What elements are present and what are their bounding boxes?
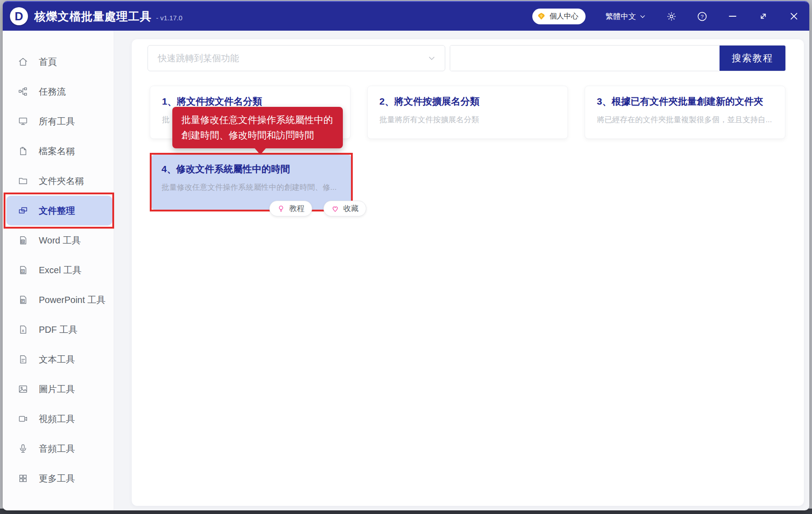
sidebar-item-label: 首頁 — [39, 56, 57, 68]
svg-text:A: A — [22, 329, 24, 332]
card-description: 批量將所有文件按擴展名分類 — [379, 115, 556, 125]
tutorial-search-group: 搜索教程 — [450, 45, 786, 71]
file-name-icon — [18, 146, 28, 156]
toolbar: 快速跳轉到某個功能 搜索教程 — [148, 45, 786, 71]
sidebar-item-label: PowerPoint 工具 — [39, 294, 106, 306]
sidebar-item-label: 音頻工具 — [39, 443, 75, 455]
sidebar-item-file-name[interactable]: 檔案名稱 — [6, 136, 112, 166]
sidebar-item-label: Word 工具 — [39, 234, 81, 247]
language-selector[interactable]: 繁體中文 — [605, 11, 646, 22]
favorite-pill-button[interactable]: 收藏 — [323, 201, 366, 216]
sidebar-item-pdf-tools[interactable]: A PDF 工具 — [6, 315, 112, 344]
video-icon — [18, 413, 28, 424]
app-version: - v1.17.0 — [156, 14, 182, 22]
chevron-down-icon — [639, 13, 646, 20]
lightbulb-icon — [277, 205, 285, 213]
card-title: 4、修改文件系統屬性中的時間 — [161, 163, 341, 175]
tooltip-text-line2: 創建時間、修改時間和訪問時間 — [181, 128, 334, 143]
quick-jump-select[interactable]: 快速跳轉到某個功能 — [148, 45, 445, 71]
sidebar-item-audio-tools[interactable]: 音頻工具 — [6, 434, 112, 464]
sidebar-item-home[interactable]: 首頁 — [6, 47, 112, 77]
sidebar-item-file-organize[interactable]: 文件整理 — [6, 196, 112, 225]
sidebar-item-label: 圖片工具 — [39, 383, 75, 395]
sidebar-item-excel-tools[interactable]: X Excel 工具 — [6, 255, 112, 285]
sidebar-item-powerpoint-tools[interactable]: P PowerPoint 工具 — [6, 285, 112, 315]
maximize-button[interactable] — [758, 11, 769, 22]
flow-icon — [18, 86, 28, 97]
audio-icon — [18, 443, 28, 454]
sidebar-item-more-tools[interactable]: 更多工具 — [6, 464, 112, 493]
tool-card-create-folders-from-existing[interactable]: 3、根據已有文件夾批量創建新的文件夾 將已經存在的文件夾批量複製很多個，並且支持… — [585, 86, 785, 139]
app-window: D 核爍文檔批量處理工具 - v1.17.0 個人中心 繁體中文 — [3, 1, 809, 510]
sidebar-item-label: 更多工具 — [39, 473, 75, 485]
svg-text:W: W — [21, 240, 24, 243]
tooltip-bubble: 批量修改任意文件操作系統屬性中的 創建時間、修改時間和訪問時間 — [172, 107, 343, 148]
sidebar-item-video-tools[interactable]: 視頻工具 — [6, 404, 112, 434]
app-logo: D — [10, 7, 28, 25]
tutorial-pill-label: 教程 — [289, 203, 304, 214]
monitor-icon — [18, 116, 28, 127]
sidebar-item-label: 文件夾名稱 — [39, 175, 84, 187]
user-center-button[interactable]: 個人中心 — [532, 9, 586, 24]
app-title: 核爍文檔批量處理工具 — [34, 9, 152, 24]
svg-text:X: X — [22, 270, 24, 273]
sidebar-item-folder-name[interactable]: 文件夾名稱 — [6, 166, 112, 196]
tutorial-search-input[interactable] — [450, 46, 720, 71]
settings-gear-icon[interactable] — [666, 11, 677, 22]
folder-icon — [18, 175, 28, 186]
ppt-doc-icon: P — [18, 294, 28, 305]
card-title: 3、根據已有文件夾批量創建新的文件夾 — [597, 95, 773, 108]
svg-text:?: ? — [701, 14, 703, 19]
close-button[interactable] — [789, 11, 799, 22]
minimize-button[interactable] — [727, 11, 738, 22]
sidebar-item-label: 視頻工具 — [39, 413, 75, 425]
language-label: 繁體中文 — [605, 11, 636, 22]
sidebar-item-image-tools[interactable]: 圖片工具 — [6, 374, 112, 404]
organize-icon — [18, 205, 28, 216]
vip-gem-icon — [537, 12, 546, 21]
titlebar-actions: 個人中心 繁體中文 ? — [532, 9, 799, 24]
word-doc-icon: W — [18, 235, 28, 246]
sidebar-item-label: 檔案名稱 — [39, 145, 75, 157]
user-center-label: 個人中心 — [549, 12, 578, 21]
sidebar-item-taskflow[interactable]: 任務流 — [6, 77, 112, 106]
sidebar-item-label: PDF 工具 — [39, 324, 78, 336]
sidebar-item-word-tools[interactable]: W Word 工具 — [6, 225, 112, 255]
tooltip-arrow — [254, 147, 267, 155]
favorite-pill-label: 收藏 — [343, 203, 359, 214]
tool-card-modify-file-times[interactable]: 4、修改文件系統屬性中的時間 批量修改任意文件操作系統屬性中的創建時間、修... — [152, 155, 351, 210]
heart-icon — [331, 205, 339, 213]
sidebar-item-label: 文件整理 — [39, 205, 75, 217]
svg-text:P: P — [22, 299, 24, 303]
chevron-down-icon — [428, 54, 436, 62]
text-doc-icon — [18, 354, 28, 365]
sidebar-item-label: Excel 工具 — [39, 264, 81, 276]
title-bar: D 核爍文檔批量處理工具 - v1.17.0 個人中心 繁體中文 — [3, 2, 809, 31]
quick-jump-placeholder: 快速跳轉到某個功能 — [158, 52, 428, 64]
annotation-highlight: 4、修改文件系統屬性中的時間 批量修改任意文件操作系統屬性中的創建時間、修... — [150, 153, 353, 211]
sidebar-item-label: 任務流 — [39, 86, 66, 98]
card-title: 2、將文件按擴展名分類 — [379, 95, 556, 108]
tutorial-pill-button[interactable]: 教程 — [269, 201, 312, 216]
image-icon — [18, 384, 28, 395]
logo-letter: D — [15, 9, 23, 23]
card-title: 1、將文件按文件名分類 — [162, 95, 338, 108]
pdf-doc-icon: A — [18, 324, 28, 335]
sidebar-item-label: 文本工具 — [39, 353, 75, 366]
sidebar-item-all-tools[interactable]: 所有工具 — [6, 106, 112, 136]
more-grid-icon — [18, 473, 28, 484]
search-tutorial-button[interactable]: 搜索教程 — [720, 46, 785, 71]
sidebar-item-text-tools[interactable]: 文本工具 — [6, 344, 112, 374]
sidebar: 首頁 任務流 所有工具 檔案名稱 文件夾名稱 文件整理 — [3, 31, 114, 510]
home-icon — [18, 56, 28, 67]
sidebar-item-label: 所有工具 — [39, 115, 75, 128]
main-panel: 快速跳轉到某個功能 搜索教程 1、將文件按文件名分類 批 2、將文件按擴展名分類… — [132, 39, 804, 506]
excel-doc-icon: X — [18, 265, 28, 275]
card-description: 將已經存在的文件夾批量複製很多個，並且支持自... — [597, 115, 773, 125]
help-icon[interactable]: ? — [697, 11, 707, 22]
tooltip-text-line1: 批量修改任意文件操作系統屬性中的 — [181, 112, 334, 128]
tool-card-classify-by-extension[interactable]: 2、將文件按擴展名分類 批量將所有文件按擴展名分類 — [367, 86, 568, 139]
card-description: 批量修改任意文件操作系統屬性中的創建時間、修... — [161, 182, 341, 193]
